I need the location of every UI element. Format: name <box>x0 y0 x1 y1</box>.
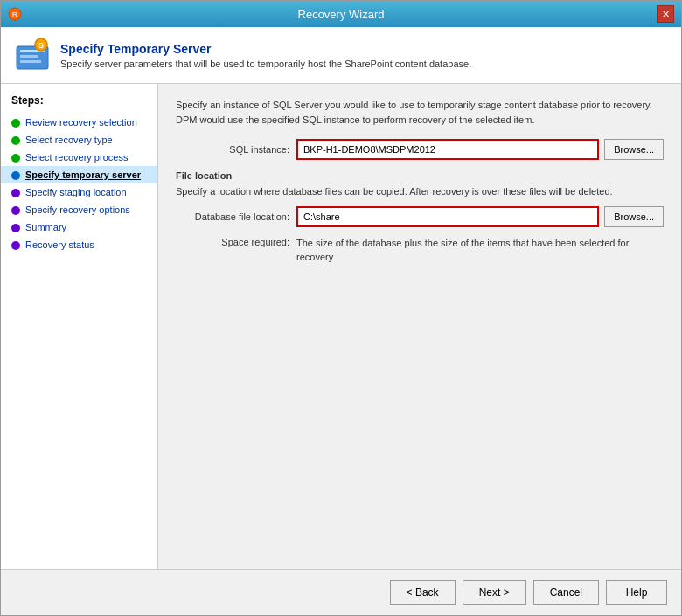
close-button[interactable]: ✕ <box>657 5 674 23</box>
next-button[interactable]: Next > <box>463 580 526 605</box>
page-title: Specify Temporary Server <box>60 42 471 56</box>
main-area: Steps: Review recovery selection Select … <box>1 84 681 569</box>
dot-icon <box>11 224 20 232</box>
content-description: Specify an instance of SQL Server you wo… <box>176 98 664 127</box>
sidebar-item-review[interactable]: Review recovery selection <box>1 114 157 131</box>
recovery-wizard-window: R Recovery Wizard ✕ S Specify Temporary … <box>0 0 682 616</box>
sidebar-item-status[interactable]: Recovery status <box>1 236 157 253</box>
sidebar-item-label: Specify staging location <box>25 187 127 197</box>
sidebar-item-label: Summary <box>25 222 66 232</box>
sidebar-item-label: Recovery status <box>25 239 94 250</box>
sidebar-item-label: Specify temporary server <box>25 170 141 180</box>
back-button[interactable]: < Back <box>390 580 456 605</box>
titlebar: R Recovery Wizard ✕ <box>1 1 681 27</box>
sidebar-item-label: Review recovery selection <box>25 117 137 128</box>
file-location-heading: File location <box>176 170 664 181</box>
content-panel: Specify an instance of SQL Server you wo… <box>158 84 681 569</box>
space-value: The size of the database plus the size o… <box>296 236 664 265</box>
dot-icon <box>11 241 20 250</box>
sql-input-wrap: Browse... <box>296 139 664 160</box>
sidebar-item-summary[interactable]: Summary <box>1 218 157 236</box>
sidebar-item-staging[interactable]: Specify staging location <box>1 183 157 201</box>
sidebar-item-select-type[interactable]: Select recovery type <box>1 131 157 149</box>
svg-text:S: S <box>38 41 44 50</box>
sidebar-item-label: Specify recovery options <box>25 204 130 215</box>
sidebar-item-specify-temp[interactable]: Specify temporary server <box>1 166 157 183</box>
svg-text:R: R <box>12 10 18 19</box>
sidebar-item-options[interactable]: Specify recovery options <box>1 201 157 218</box>
sidebar-title: Steps: <box>1 94 157 114</box>
sidebar-item-label: Select recovery type <box>25 135 113 145</box>
dot-icon <box>11 206 20 215</box>
space-label: Space required: <box>176 236 289 247</box>
dot-icon <box>11 154 20 163</box>
svg-rect-5 <box>20 60 41 63</box>
header-text: Specify Temporary Server Specify server … <box>60 42 471 69</box>
help-button[interactable]: Help <box>606 580 667 605</box>
dot-icon <box>11 136 20 145</box>
page-header: S Specify Temporary Server Specify serve… <box>1 27 681 84</box>
sql-label: SQL instance: <box>176 144 289 155</box>
db-file-row: Database file location: Browse... <box>176 206 664 227</box>
db-file-input[interactable] <box>296 206 599 227</box>
svg-rect-4 <box>20 55 38 58</box>
space-required-row: Space required: The size of the database… <box>176 236 664 265</box>
db-file-label: Database file location: <box>176 211 289 222</box>
window-title: Recovery Wizard <box>25 8 657 21</box>
cancel-button[interactable]: Cancel <box>533 580 599 605</box>
dot-icon <box>11 119 20 128</box>
db-file-browse-button[interactable]: Browse... <box>604 206 664 227</box>
sidebar-item-select-process[interactable]: Select recovery process <box>1 149 157 166</box>
sql-instance-row: SQL instance: Browse... <box>176 139 664 160</box>
app-icon: R <box>8 7 22 21</box>
db-file-input-wrap: Browse... <box>296 206 664 227</box>
dot-icon <box>11 171 20 180</box>
sidebar: Steps: Review recovery selection Select … <box>1 84 158 569</box>
sql-browse-button[interactable]: Browse... <box>604 139 664 160</box>
sidebar-item-label: Select recovery process <box>25 152 128 163</box>
footer: < Back Next > Cancel Help <box>1 569 681 615</box>
header-icon: S <box>15 38 50 73</box>
page-subtitle: Specify server parameters that will be u… <box>60 59 471 69</box>
file-location-description: Specify a location where database files … <box>176 184 664 199</box>
dot-icon <box>11 189 20 197</box>
sql-instance-input[interactable] <box>296 139 599 160</box>
